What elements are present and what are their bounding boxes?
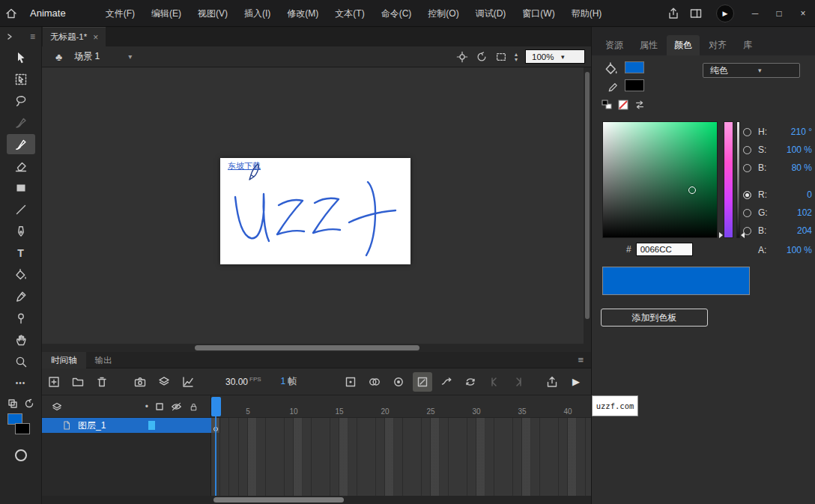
rotate-view-icon[interactable] <box>476 51 488 63</box>
pen-tool[interactable] <box>7 221 35 241</box>
step-back-button[interactable] <box>485 372 504 392</box>
menu-help[interactable]: 帮助(H) <box>563 0 611 27</box>
layer-row[interactable]: 图层_1 <box>42 418 591 433</box>
copy-style-icon[interactable] <box>7 398 18 409</box>
minimize-button[interactable]: ─ <box>743 0 767 27</box>
color-type-select[interactable]: 纯色 ▾ <box>703 63 800 78</box>
new-folder-button[interactable] <box>68 372 88 392</box>
stage[interactable]: 东坡下载 <box>220 158 410 264</box>
menu-modify[interactable]: 修改(M) <box>279 0 327 27</box>
canvas-pasteboard[interactable]: 东坡下载 <box>42 67 591 352</box>
saturation-brightness-picker[interactable] <box>602 121 718 238</box>
saturation-value[interactable]: 100 % <box>787 145 812 155</box>
no-color-icon[interactable] <box>617 99 629 111</box>
fps-display[interactable]: 30.00FPS <box>225 376 261 387</box>
brightness-value[interactable]: 80 % <box>792 163 812 173</box>
color-picker-marker[interactable] <box>688 186 696 194</box>
toolbar-menu-icon[interactable]: ≡ <box>30 31 35 42</box>
hand-tool[interactable] <box>7 330 35 350</box>
asset-warp-pin-tool[interactable] <box>7 308 35 328</box>
line-tool[interactable] <box>7 199 35 219</box>
collapse-toolbar-icon[interactable] <box>6 33 13 40</box>
free-transform-tool[interactable] <box>7 69 35 89</box>
onion-skin-button[interactable] <box>365 372 384 392</box>
export-animation-button[interactable] <box>542 372 562 392</box>
tab-assets[interactable]: 资源 <box>598 35 631 55</box>
frame-ruler[interactable]: 1s 5 10 15 20 25 30 35 40 <box>211 395 591 417</box>
timeline-scroll-thumb[interactable] <box>213 497 344 503</box>
create-tween-button[interactable] <box>437 372 456 392</box>
edit-multiple-frames-button[interactable] <box>413 372 432 392</box>
layer-list-empty-area[interactable] <box>42 433 211 496</box>
menu-view[interactable]: 视图(V) <box>190 0 236 27</box>
green-radio[interactable] <box>743 209 751 217</box>
tab-align[interactable]: 对齐 <box>701 35 734 55</box>
menu-text[interactable]: 文本(T) <box>327 0 372 27</box>
tab-library[interactable]: 库 <box>736 35 760 55</box>
zoom-tool[interactable] <box>7 351 35 371</box>
maximize-button[interactable]: □ <box>767 0 791 27</box>
timeline-scrollbar[interactable] <box>42 496 591 504</box>
workspace-button[interactable] <box>685 0 707 27</box>
menu-file[interactable]: 文件(F) <box>97 0 143 27</box>
rotate-canvas-icon[interactable] <box>24 398 34 409</box>
layers-stack-icon[interactable] <box>51 401 63 413</box>
hue-slider-thumb-left[interactable] <box>719 232 723 238</box>
saturation-radio[interactable] <box>743 146 751 154</box>
object-drawing-icon[interactable] <box>15 449 27 461</box>
swap-colors-icon[interactable] <box>634 99 646 111</box>
brightness-radio[interactable] <box>743 164 751 172</box>
play-button[interactable]: ▶ <box>566 372 586 392</box>
camera-button[interactable] <box>130 372 150 392</box>
playhead-handle[interactable] <box>211 397 221 416</box>
scene-name[interactable]: 场景 1 <box>74 50 100 63</box>
default-colors-icon[interactable] <box>601 99 613 111</box>
zoom-select[interactable]: 100% ▾ <box>525 49 585 64</box>
lasso-tool[interactable] <box>7 91 35 111</box>
menu-control[interactable]: 控制(O) <box>419 0 467 27</box>
clip-content-icon[interactable] <box>495 51 507 63</box>
paint-bucket-tool[interactable] <box>7 264 35 285</box>
menu-debug[interactable]: 调试(D) <box>467 0 515 27</box>
lock-column-icon[interactable] <box>189 402 199 412</box>
frames-empty-area[interactable] <box>211 433 591 496</box>
hscroll-thumb[interactable] <box>195 345 419 350</box>
onion-skin-outlines-button[interactable] <box>389 372 408 392</box>
stroke-color-chip[interactable] <box>15 423 30 434</box>
hex-input[interactable] <box>636 243 693 256</box>
selection-tool[interactable] <box>7 47 35 67</box>
add-to-swatches-button[interactable]: 添加到色板 <box>601 309 708 327</box>
step-forward-button[interactable] <box>509 372 528 392</box>
fluid-brush-tool[interactable] <box>7 112 35 133</box>
tab-output[interactable]: 输出 <box>86 352 121 368</box>
advanced-layers-button[interactable] <box>154 372 174 392</box>
tab-color[interactable]: 颜色 <box>667 35 700 55</box>
layer-frames-track[interactable] <box>211 418 591 433</box>
outline-column-icon[interactable] <box>155 402 164 411</box>
canvas-vertical-scrollbar[interactable] <box>584 67 591 344</box>
scene-dropdown-icon[interactable]: ▾ <box>128 52 132 61</box>
scene-icon[interactable]: ♣ <box>55 51 62 63</box>
eyedropper-tool[interactable] <box>7 286 35 306</box>
onion-skin-marker-button[interactable] <box>341 372 360 392</box>
highlight-column-icon[interactable]: • <box>145 401 148 412</box>
vscroll-thumb[interactable] <box>585 72 590 319</box>
tab-properties[interactable]: 属性 <box>632 35 665 55</box>
stroke-pencil-icon[interactable] <box>607 81 619 94</box>
canvas-horizontal-scrollbar[interactable] <box>42 344 591 352</box>
blue-value[interactable]: 204 <box>797 225 812 236</box>
red-value[interactable]: 0 <box>807 189 812 200</box>
record-play-button[interactable]: ▶ <box>716 4 734 22</box>
close-window-button[interactable]: × <box>791 0 815 27</box>
frame-graph-button[interactable] <box>178 372 198 392</box>
menu-window[interactable]: 窗口(W) <box>514 0 563 27</box>
layer-name[interactable]: 图层_1 <box>78 419 106 432</box>
menu-command[interactable]: 命令(C) <box>373 0 420 27</box>
visibility-column-icon[interactable] <box>171 402 182 411</box>
eraser-tool[interactable] <box>7 156 35 176</box>
stroke-color-swatch[interactable] <box>625 79 644 91</box>
hue-radio[interactable] <box>743 128 751 136</box>
menu-insert[interactable]: 插入(I) <box>236 0 279 27</box>
fill-color-swatch[interactable] <box>625 61 644 73</box>
zoom-stepper[interactable]: ▴▾ <box>515 52 518 62</box>
